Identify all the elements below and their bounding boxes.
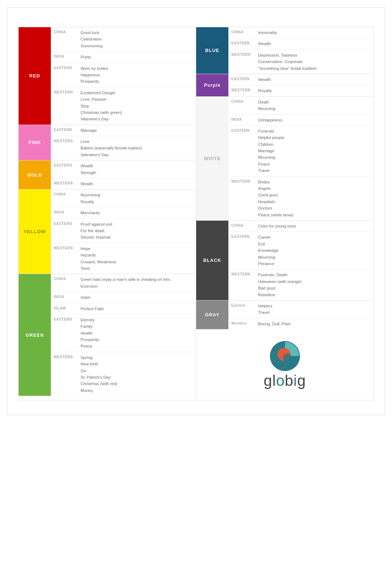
culture-meaning: Hope Hazards Coward, Weakness Taxis — [81, 245, 116, 272]
culture-meaning: Royalty — [258, 87, 272, 94]
culture-row: EASTERNWealth — [228, 38, 373, 49]
culture-row: WESTERNDepression, Sadness Conservative,… — [228, 50, 373, 74]
culture-row: INDIAIslam — [51, 292, 196, 303]
culture-meaning: Spring New birth Go St. Patrick's Day Ch… — [81, 354, 117, 394]
culture-meaning: Funerals, Death Haloween (with orange) B… — [258, 272, 301, 298]
color-swatch-green: GREEN — [19, 274, 51, 396]
culture-row: EASTERNProof against evil For the dead, … — [51, 219, 196, 243]
culture-row: EASTERNCareer Evil Knowledge Mourning Pe… — [228, 232, 373, 269]
culture-row: INDIAPurity — [51, 52, 196, 63]
culture-name: INDIA — [54, 210, 81, 216]
culture-name: WESTERN — [231, 52, 258, 72]
culture-meaning: Immorality — [258, 29, 277, 36]
culture-meaning: Wealth Strength — [81, 163, 96, 176]
culture-name: ISLAM — [54, 306, 81, 312]
culture-rows: EASTERNMarriageWESTERNLove Babies (espec… — [51, 125, 196, 160]
culture-row: WESTERNLove Babies (especially female ba… — [51, 136, 196, 160]
culture-name: EASTERN — [54, 317, 81, 350]
logo-b: b — [285, 372, 294, 389]
culture-rows: EASTERNWealth StrengthWESTERNWealth — [51, 160, 196, 189]
logo-o: o — [276, 372, 285, 389]
left-column: REDCHINAGood luck Celebration SummoningI… — [18, 27, 196, 400]
culture-row: CHINAColor for young boys — [228, 221, 373, 232]
culture-row: INDIAMerchants — [51, 207, 196, 219]
culture-row: CHINANourishing Royalty — [51, 189, 196, 207]
culture-name: Eastern — [231, 303, 258, 316]
color-section-blue: BLUECHINAImmoralityEASTERNWealthWESTERND… — [196, 27, 373, 74]
culture-name: WESTERN — [54, 138, 81, 158]
logo-area: globig — [196, 329, 373, 400]
culture-row: WESTERNSpring New birth Go St. Patrick's… — [51, 352, 196, 396]
color-section-gold: GOLDEASTERNWealth StrengthWESTERNWealth — [19, 160, 196, 189]
color-section-green: GREENCHINAGreen hats imply a man's wife … — [19, 274, 196, 396]
culture-name: WESTERN — [54, 245, 81, 272]
culture-meaning: Career Evil Knowledge Mourning Penance — [258, 234, 279, 267]
page-container: REDCHINAGood luck Celebration SummoningI… — [7, 7, 385, 415]
culture-rows: EASTERNWealthWESTERNRoyalty — [228, 74, 373, 96]
logo-icon — [269, 340, 301, 372]
culture-meaning: Green hats imply a man's wife is cheatin… — [81, 276, 171, 289]
culture-row: EASTERNWorn by brides Happiness Prosperi… — [51, 63, 196, 87]
culture-name: EASTERN — [54, 127, 81, 134]
culture-row: CHINAGreen hats imply a man's wife is ch… — [51, 274, 196, 292]
culture-name: WESTERN — [54, 90, 81, 123]
culture-name: WESTERN — [231, 179, 258, 218]
culture-meaning: Nourishing Royalty — [81, 192, 100, 205]
culture-name: EASTERN — [231, 76, 258, 83]
culture-row: WESTERNExcitement Danger Love, Passion S… — [51, 87, 196, 125]
culture-name: CHINA — [231, 29, 258, 36]
main-layout: REDCHINAGood luck Celebration SummoningI… — [18, 27, 374, 400]
culture-name: EASTERN — [54, 163, 81, 176]
culture-row: ISLAMPerfect Faith — [51, 303, 196, 315]
color-swatch-black: BLACK — [196, 221, 228, 300]
culture-row: CHINAGood luck Celebration Summoning — [51, 27, 196, 52]
culture-meaning: Wealth — [258, 76, 271, 83]
culture-row: EASTERNMarriage — [51, 125, 196, 136]
culture-meaning: Marriage — [81, 127, 97, 134]
culture-meaning: Excitement Danger Love, Passion Stop Chr… — [81, 90, 122, 123]
color-section-white: WHITECHINADeath MourningINDIAUnhappiness… — [196, 97, 373, 221]
color-section-pink: PINKEASTERNMarriageWESTERNLove Babies (e… — [19, 125, 196, 161]
culture-row: CHINADeath Mourning — [228, 97, 373, 115]
logo-text: globig — [263, 372, 306, 389]
culture-meaning: Perfect Faith — [81, 306, 104, 312]
color-swatch-gold: GOLD — [19, 160, 51, 189]
culture-meaning: Death Mourning — [258, 99, 275, 112]
culture-row: EASTERNWealth Strength — [51, 160, 196, 178]
culture-name: EASTERN — [231, 128, 258, 174]
color-swatch-blue: BLUE — [196, 27, 228, 74]
culture-row: WESTERNBrides Angels Good guys Hospitals… — [228, 177, 373, 220]
culture-meaning: Wealth — [81, 181, 93, 187]
culture-row: EASTERNWealth — [228, 74, 373, 85]
right-color-sections: BLUECHINAImmoralityEASTERNWealthWESTERND… — [196, 27, 373, 329]
culture-name: EASTERN — [231, 40, 258, 47]
culture-rows: CHINANourishing RoyaltyINDIAMerchantsEAS… — [51, 189, 196, 274]
culture-row: EASTERNEternity Family Health Prosperity… — [51, 315, 196, 352]
culture-meaning: Islam — [81, 294, 90, 301]
culture-rows: CHINAColor for young boysEASTERNCareer E… — [228, 221, 373, 300]
culture-meaning: Funerals Helpful people Children Marriag… — [258, 128, 285, 174]
culture-rows: EasternHelpers TravelWesternBoring, Dull… — [228, 301, 373, 329]
culture-meaning: Brides Angels Good guys Hospitals Doctor… — [258, 179, 293, 218]
culture-meaning: Worn by brides Happiness Prosperity — [81, 65, 108, 85]
culture-row: WESTERNRoyalty — [228, 85, 373, 96]
logo-g: g — [297, 372, 306, 389]
color-section-gray: GRAYEasternHelpers TravelWesternBoring, … — [196, 301, 373, 329]
color-section-yellow: YELLOWCHINANourishing RoyaltyINDIAMercha… — [19, 189, 196, 274]
culture-meaning: Depression, Sadness Conservative, Corpor… — [258, 52, 317, 72]
culture-name: CHINA — [54, 192, 81, 205]
culture-name: CHINA — [231, 99, 258, 112]
culture-rows: CHINAGreen hats imply a man's wife is ch… — [51, 274, 196, 396]
culture-name: INDIA — [54, 54, 81, 60]
svg-point-2 — [283, 354, 292, 362]
culture-meaning: Unhappiness — [258, 117, 282, 123]
color-section-red: REDCHINAGood luck Celebration SummoningI… — [19, 27, 196, 125]
culture-row: CHINAImmorality — [228, 27, 373, 38]
culture-meaning: Boring, Dull, Plain — [258, 321, 291, 327]
culture-name: WESTERN — [231, 87, 258, 94]
right-column: BLUECHINAImmoralityEASTERNWealthWESTERND… — [196, 27, 374, 400]
color-swatch-pink: PINK — [19, 125, 51, 160]
culture-row: WESTERNFunerals, Death Haloween (with or… — [228, 269, 373, 300]
culture-name: WESTERN — [54, 354, 81, 394]
culture-row: EasternHelpers Travel — [228, 301, 373, 318]
